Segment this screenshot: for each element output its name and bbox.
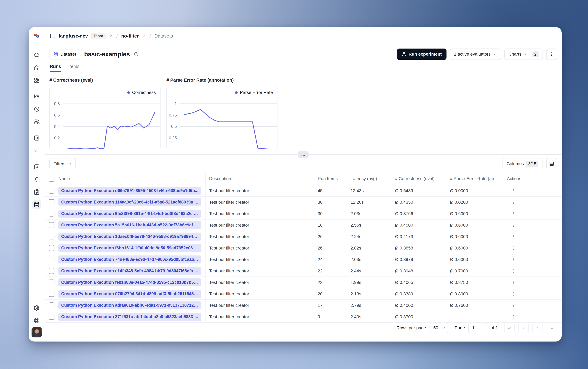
sidebar-item-llm-judge[interactable]: [32, 175, 41, 184]
grip-icon: [301, 153, 306, 156]
row-checkbox[interactable]: [49, 245, 54, 251]
row-checkbox[interactable]: [49, 256, 54, 262]
run-description: Test our filter creator: [206, 223, 318, 228]
run-name-link[interactable]: Custom Python Execution 9fe23f98-881e-44…: [58, 210, 201, 218]
run-name-link[interactable]: Custom Python Execution 371f531c-abff-4d…: [58, 313, 201, 321]
columns-button[interactable]: Columns 8/15: [502, 158, 542, 169]
tab-items[interactable]: Items: [69, 64, 79, 72]
sidebar-item-home[interactable]: [32, 63, 41, 72]
rows-per-page-select[interactable]: 50: [430, 323, 448, 333]
sidebar-item-playground[interactable]: [32, 146, 41, 155]
column-header-latency[interactable]: Latency (avg): [351, 176, 395, 181]
row-checkbox[interactable]: [49, 211, 54, 216]
run-items-count: 26: [318, 234, 351, 239]
run-name-link[interactable]: Custom Python Execution d66e7991-8595-45…: [58, 187, 201, 195]
row-checkbox[interactable]: [49, 268, 54, 274]
row-height-button[interactable]: [546, 158, 557, 169]
breadcrumb-project[interactable]: no-filter: [121, 33, 139, 39]
sidebar-toggle-icon[interactable]: [50, 33, 56, 39]
row-actions-menu-button[interactable]: [510, 302, 518, 309]
sidebar-item-support[interactable]: [32, 316, 41, 325]
info-icon[interactable]: [134, 52, 138, 57]
run-name-link[interactable]: Custom Python Execution 5a15a616-1bab-44…: [58, 221, 201, 229]
sidebar-item-prompts[interactable]: [32, 134, 41, 143]
table-row: Custom Python Execution 076b2704-341d-48…: [45, 288, 562, 300]
row-actions-menu-button[interactable]: [510, 267, 518, 275]
sidebar-item-users[interactable]: [32, 117, 41, 126]
row-actions-menu-button[interactable]: [510, 279, 518, 286]
rows-per-page-value: 50: [433, 325, 438, 330]
column-header-description[interactable]: Description: [206, 176, 318, 181]
run-name-link[interactable]: Custom Python Execution 1daec0f9-5e78-43…: [58, 233, 201, 241]
run-correctness-avg: Ø 0.3389: [395, 291, 450, 297]
row-actions-menu-button[interactable]: [510, 290, 518, 298]
breadcrumb-org[interactable]: langfuse-dev: [59, 33, 88, 39]
row-actions-menu-button[interactable]: [510, 210, 518, 217]
column-header-name[interactable]: Name: [58, 173, 206, 185]
kebab-menu-icon: [512, 269, 516, 273]
kebab-menu-icon: [512, 223, 516, 227]
correctness-chart: Correctness 0.20.40.60.8: [49, 86, 161, 150]
page-number-input[interactable]: [468, 323, 487, 333]
dataset-entity-badge: Dataset: [49, 49, 80, 59]
run-items-count: 30: [318, 200, 351, 205]
percent-square-icon: [34, 164, 40, 170]
column-header-parse-error[interactable]: # Parse Error Rate (an...: [450, 176, 507, 181]
active-evaluators-dropdown[interactable]: 1 active evaluators: [450, 49, 501, 60]
more-actions-button[interactable]: [546, 49, 557, 60]
row-checkbox[interactable]: [49, 234, 54, 239]
run-name-link[interactable]: Custom Python Execution 076b2704-341d-48…: [58, 290, 201, 298]
sidebar-item-tracing[interactable]: [32, 92, 41, 101]
row-checkbox[interactable]: [49, 302, 54, 308]
prompt-file-icon: [34, 135, 40, 141]
run-experiment-button[interactable]: Run experiment: [397, 49, 447, 60]
column-header-correctness[interactable]: # Correctness (eval): [395, 176, 450, 181]
row-checkbox[interactable]: [49, 279, 54, 285]
clock-icon: [34, 106, 40, 112]
sidebar-item-evaluators[interactable]: [32, 163, 41, 171]
sidebar-item-dashboards[interactable]: [32, 76, 41, 85]
row-actions-menu-button[interactable]: [510, 187, 518, 195]
run-name-link[interactable]: Custom Python Execution fe91b83e-04a5-47…: [58, 278, 201, 287]
breadcrumb-section[interactable]: Datasets: [154, 33, 173, 39]
row-checkbox[interactable]: [49, 314, 54, 320]
row-actions-menu-button[interactable]: [510, 256, 518, 263]
run-name-link[interactable]: Custom Python Execution 74de488e-ec9d-47…: [58, 256, 201, 264]
select-all-checkbox[interactable]: [49, 176, 54, 182]
run-name-link[interactable]: Custom Python Execution 114aa9ef-29e6-4e…: [58, 198, 201, 206]
row-checkbox[interactable]: [49, 291, 54, 297]
first-page-icon: «: [508, 325, 511, 331]
row-actions-menu-button[interactable]: [510, 233, 518, 240]
row-actions-menu-button[interactable]: [510, 221, 518, 229]
row-checkbox[interactable]: [49, 188, 54, 194]
row-actions-menu-button[interactable]: [510, 244, 518, 252]
run-experiment-label: Run experiment: [409, 52, 442, 57]
row-checkbox[interactable]: [49, 199, 54, 205]
sidebar-item-annotation[interactable]: [32, 188, 41, 196]
row-checkbox[interactable]: [49, 222, 54, 228]
tracing-tree-icon: [34, 93, 40, 100]
row-actions-menu-button[interactable]: [510, 198, 518, 206]
filters-button[interactable]: Filters: [49, 158, 76, 169]
user-avatar[interactable]: [31, 327, 42, 338]
column-header-actions: Actions: [507, 176, 562, 181]
run-name-link[interactable]: Custom Python Execution f6bb1614-1f90-40…: [58, 244, 201, 252]
first-page-button[interactable]: «: [504, 323, 515, 333]
run-name-link[interactable]: Custom Python Execution e14fa348-5cfc-49…: [58, 267, 201, 275]
previous-page-button[interactable]: ‹: [518, 323, 529, 333]
charts-dropdown[interactable]: Charts 2: [504, 49, 543, 60]
sidebar-item-sessions[interactable]: [32, 105, 41, 113]
sidebar-item-settings[interactable]: [32, 304, 41, 312]
sidebar-item-datasets[interactable]: [32, 200, 41, 209]
column-header-run-items[interactable]: Run Items: [318, 176, 351, 181]
sidebar-item-search[interactable]: [32, 51, 41, 60]
run-name-link[interactable]: Custom Python Execution adfae619-abb0-4d…: [58, 301, 201, 309]
org-chevron-down-icon[interactable]: [109, 34, 113, 38]
project-chevron-down-icon[interactable]: [142, 34, 146, 38]
resize-drag-handle[interactable]: [298, 151, 309, 158]
run-latency: 12.43s: [351, 188, 395, 193]
row-actions-menu-button[interactable]: [510, 313, 518, 321]
last-page-button[interactable]: »: [547, 323, 557, 333]
tab-runs[interactable]: Runs: [50, 64, 61, 72]
next-page-button[interactable]: ›: [532, 323, 543, 333]
